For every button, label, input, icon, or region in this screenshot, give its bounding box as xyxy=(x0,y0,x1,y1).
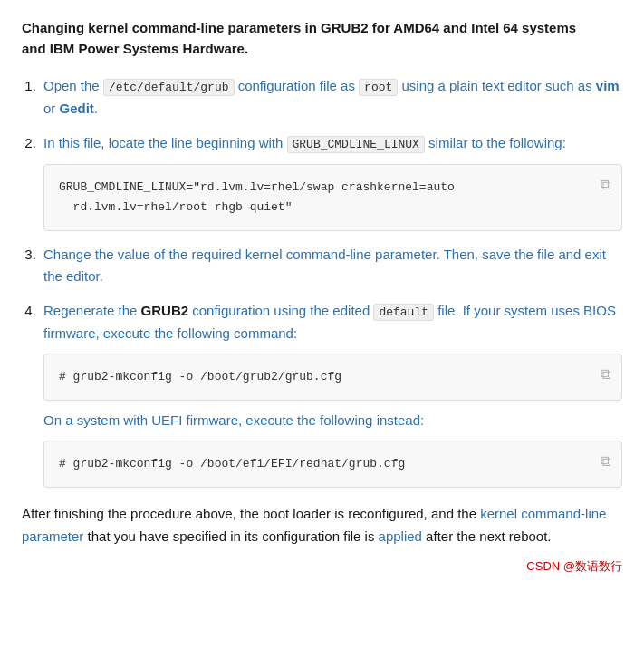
step-4-text: Regenerate the GRUB2 configuration using… xyxy=(43,303,616,341)
step-4: Regenerate the GRUB2 configuration using… xyxy=(40,300,622,488)
code-root: root xyxy=(359,79,398,96)
copy-icon-2[interactable]: ⧉ xyxy=(601,363,610,388)
steps-list: Open the /etc/default/grub configuration… xyxy=(22,75,622,488)
code-grub-cmdline: GRUB_CMDLINE_LINUX xyxy=(287,136,425,153)
link-kernel-param[interactable]: kernel command-line parameter xyxy=(22,506,606,545)
step-2: In this file, locate the line beginning … xyxy=(40,132,622,231)
watermark: CSDN @数语数行 xyxy=(22,557,622,576)
code-default: default xyxy=(373,304,434,321)
after-text: After finishing the procedure above, the… xyxy=(22,502,622,548)
grub2-bold: GRUB2 xyxy=(141,303,189,318)
gedit-bold: Gedit xyxy=(60,101,94,116)
link-plain[interactable]: plain xyxy=(449,78,478,93)
uefi-text: On a system with UEFI firmware, execute … xyxy=(43,410,622,431)
vim-bold: vim xyxy=(596,78,620,93)
page-title: Changing kernel command-line parameters … xyxy=(22,18,622,59)
code-block-grub-cmdline: ⧉ GRUB_CMDLINE_LINUX="rd.lvm.lv=rhel/swa… xyxy=(43,164,622,231)
code-grub-config: /etc/default/grub xyxy=(103,79,235,96)
code-block-bios: ⧉ # grub2-mkconfig -o /boot/grub2/grub.c… xyxy=(43,354,622,401)
step-3: Change the value of the required kernel … xyxy=(40,244,622,287)
copy-icon-1[interactable]: ⧉ xyxy=(601,174,610,199)
copy-icon-3[interactable]: ⧉ xyxy=(601,450,610,475)
step-3-text: Change the value of the required kernel … xyxy=(43,247,606,284)
step-1-text: Open the /etc/default/grub configuration… xyxy=(43,78,620,116)
link-applied[interactable]: applied xyxy=(379,528,422,544)
step-2-text: In this file, locate the line beginning … xyxy=(43,135,566,150)
code-block-uefi: ⧉ # grub2-mkconfig -o /boot/efi/EFI/redh… xyxy=(43,441,622,488)
step-1: Open the /etc/default/grub configuration… xyxy=(40,75,622,120)
